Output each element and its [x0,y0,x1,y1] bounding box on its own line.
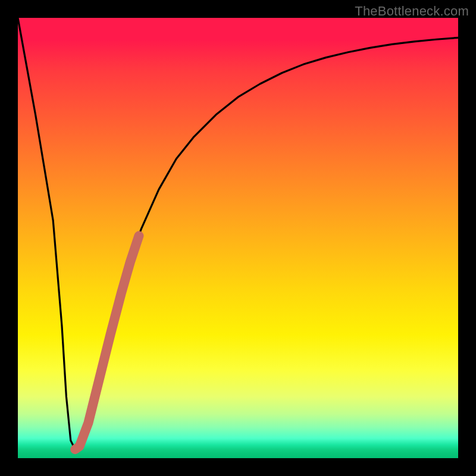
bottleneck-curve [18,18,458,449]
curve-layer [18,18,458,458]
watermark-text: TheBottleneck.com [355,4,469,19]
plot-area [18,18,458,458]
chart-frame: TheBottleneck.com [0,0,476,476]
highlight-segment [75,236,139,449]
